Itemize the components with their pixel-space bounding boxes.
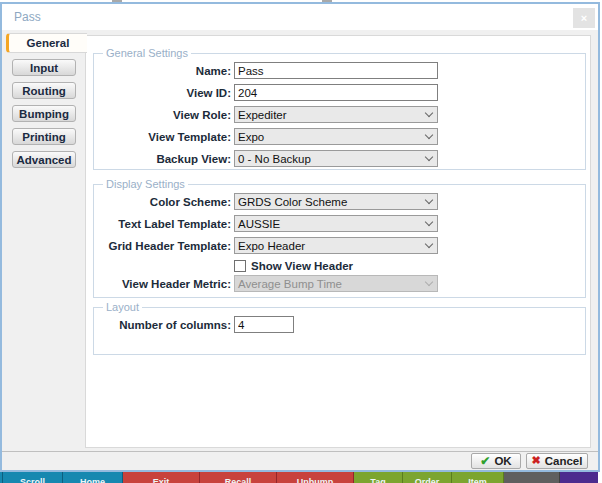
close-button[interactable]: ×: [573, 8, 595, 28]
group-title: Display Settings: [103, 178, 188, 190]
strip-button-recall[interactable]: Recall: [200, 472, 277, 483]
field-row: View Role: Expediter: [100, 106, 585, 123]
view-id-label: View ID:: [100, 87, 231, 99]
cancel-button-label: Cancel: [545, 455, 583, 467]
group-layout: Layout Number of columns:: [93, 301, 586, 355]
tab-routing[interactable]: Routing: [12, 82, 76, 99]
group-general-settings: General Settings Name: View ID: View Rol…: [93, 47, 586, 170]
chevron-down-icon: [425, 278, 433, 286]
show-view-header-checkbox[interactable]: [234, 260, 246, 272]
color-scheme-select[interactable]: GRDS Color Scheme: [234, 193, 438, 210]
field-row: Color Scheme: GRDS Color Scheme: [100, 193, 585, 210]
group-title: General Settings: [103, 47, 191, 59]
strip-button-scroll[interactable]: Scroll: [3, 472, 63, 483]
backup-view-select[interactable]: 0 - No Backup: [234, 150, 438, 167]
field-row: Grid Header Template: Expo Header: [100, 237, 585, 254]
tab-advanced[interactable]: Advanced: [12, 151, 76, 168]
window-title: Pass: [14, 4, 41, 30]
strip-segment-edge: [598, 472, 602, 483]
view-template-label: View Template:: [100, 131, 231, 143]
field-row: Number of columns:: [100, 316, 585, 333]
chevron-down-icon: [425, 131, 433, 139]
field-row: Show View Header: [100, 259, 585, 272]
chevron-down-icon: [425, 218, 433, 226]
strip-button-item[interactable]: Item: [452, 472, 504, 483]
ok-button-label: OK: [494, 455, 511, 467]
title-bar: Pass ×: [2, 4, 598, 30]
name-input[interactable]: [234, 62, 438, 79]
tab-strip: General Input Routing Bumping Printing A…: [12, 33, 76, 174]
field-row: Backup View: 0 - No Backup: [100, 150, 585, 167]
strip-segment-purple: [560, 472, 598, 483]
group-title: Layout: [103, 301, 142, 313]
chevron-down-icon: [425, 153, 433, 161]
text-label-template-label: Text Label Template:: [100, 218, 231, 230]
x-icon: ✖: [532, 454, 541, 467]
strip-button-exit[interactable]: Exit: [123, 472, 200, 483]
ok-button[interactable]: ✔ OK: [471, 453, 521, 469]
view-header-metric-select: Average Bump Time: [234, 275, 438, 292]
text-label-template-select[interactable]: AUSSIE: [234, 215, 438, 232]
cancel-button[interactable]: ✖ Cancel: [526, 453, 588, 469]
tab-printing[interactable]: Printing: [12, 128, 76, 145]
field-row: Name:: [100, 62, 585, 79]
view-header-metric-label: View Header Metric:: [100, 278, 231, 290]
chevron-down-icon: [425, 240, 433, 248]
footer-button-bar: ✔ OK ✖ Cancel: [471, 452, 588, 469]
screen: Scroll Home Exit Recall Unbump Tag Order…: [0, 0, 602, 483]
name-label: Name:: [100, 65, 231, 77]
check-icon: ✔: [480, 454, 490, 468]
background-app-button-bar: Scroll Home Exit Recall Unbump Tag Order…: [0, 472, 602, 483]
group-display-settings: Display Settings Color Scheme: GRDS Colo…: [93, 178, 586, 298]
grid-header-template-select[interactable]: Expo Header: [234, 237, 438, 254]
grid-header-template-label: Grid Header Template:: [100, 240, 231, 252]
backup-view-label: Backup View:: [100, 153, 231, 165]
view-role-label: View Role:: [100, 109, 231, 121]
strip-segment-gray: [504, 472, 560, 483]
close-icon: ×: [581, 12, 587, 24]
number-of-columns-label: Number of columns:: [100, 319, 231, 331]
tab-content-panel: General Settings Name: View ID: View Rol…: [85, 35, 591, 448]
chevron-down-icon: [425, 196, 433, 204]
field-row: View Template: Expo: [100, 128, 585, 145]
tab-bumping[interactable]: Bumping: [12, 105, 76, 122]
view-role-select[interactable]: Expediter: [234, 106, 438, 123]
chevron-down-icon: [425, 109, 433, 117]
show-view-header-label: Show View Header: [251, 260, 353, 272]
tab-input[interactable]: Input: [12, 59, 76, 76]
color-scheme-label: Color Scheme:: [100, 196, 231, 208]
tab-general[interactable]: General: [6, 33, 87, 53]
field-row: View ID:: [100, 84, 585, 101]
field-row: View Header Metric: Average Bump Time: [100, 275, 585, 292]
strip-button-tag[interactable]: Tag: [354, 472, 403, 483]
field-row: Text Label Template: AUSSIE: [100, 215, 585, 232]
pass-settings-dialog: Pass × General Input Routing Bumping Pri…: [0, 2, 600, 472]
dialog-body: General Input Routing Bumping Printing A…: [2, 30, 598, 470]
number-of-columns-input[interactable]: [234, 316, 294, 333]
view-id-input[interactable]: [234, 84, 438, 101]
strip-button-home[interactable]: Home: [63, 472, 123, 483]
view-template-select[interactable]: Expo: [234, 128, 438, 145]
strip-button-unbump[interactable]: Unbump: [277, 472, 354, 483]
strip-button-order[interactable]: Order: [403, 472, 452, 483]
